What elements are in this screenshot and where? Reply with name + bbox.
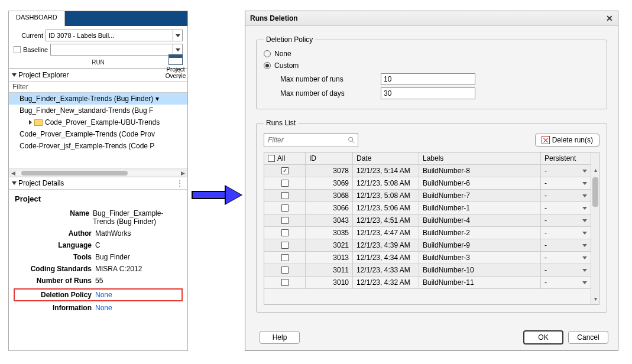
row-checkbox[interactable] (281, 167, 289, 174)
tree-item[interactable]: Bug_Finder_Example-Trends (Bug Finder) ▾ (9, 93, 187, 105)
row-persistent[interactable]: - (541, 252, 591, 264)
row-label: BuildNumber-6 (419, 177, 541, 189)
row-checkbox[interactable] (281, 217, 289, 224)
row-checkbox[interactable] (281, 266, 289, 274)
chevron-down-icon[interactable] (582, 281, 587, 284)
row-checkbox[interactable] (281, 229, 289, 236)
chevron-down-icon[interactable] (582, 170, 587, 173)
table-row[interactable]: 306812/1/23, 5:08 AMBuildNumber-7- (264, 190, 591, 202)
baseline-checkbox[interactable] (14, 46, 21, 53)
row-check-cell[interactable] (264, 165, 306, 177)
row-check-cell[interactable] (264, 190, 306, 202)
chevron-down-icon[interactable]: ▾ (153, 95, 158, 103)
information-link[interactable]: None (95, 304, 112, 312)
ok-button[interactable]: OK (523, 330, 563, 344)
horizontal-scrollbar[interactable]: ◀ ▶ (9, 168, 187, 177)
row-check-cell[interactable] (264, 252, 306, 264)
delete-runs-button[interactable]: Delete run(s) (535, 134, 599, 147)
project-explorer-header[interactable]: Project Explorer ⋮ (9, 69, 187, 82)
max-days-input[interactable] (381, 87, 475, 99)
row-check-cell[interactable] (264, 214, 306, 226)
tree-item[interactable]: Code-Prover_jsf_Example-Trends (Code P (9, 140, 187, 152)
explorer-filter[interactable]: Filter (9, 82, 187, 93)
row-checkbox[interactable] (281, 192, 289, 199)
scrollbar-thumb[interactable] (592, 177, 598, 207)
row-checkbox[interactable] (281, 242, 289, 249)
table-row[interactable]: 307812/1/23, 5:14 AMBuildNumber-8- (264, 165, 591, 177)
table-row[interactable]: 301012/1/23, 4:32 AMBuildNumber-11- (264, 277, 591, 289)
run-strip: Current ID 3078 - Labels Buil... Baselin… (9, 26, 187, 69)
row-persistent[interactable]: - (541, 264, 591, 276)
max-runs-input[interactable] (381, 73, 475, 85)
tree-item[interactable]: Bug_Finder_New_standard-Trends (Bug F (9, 105, 187, 116)
row-check-cell[interactable] (264, 264, 306, 276)
project-overview-button[interactable]: Project Overvie (163, 54, 188, 79)
help-button[interactable]: Help (260, 331, 300, 344)
chevron-down-icon[interactable] (582, 194, 587, 197)
row-persistent[interactable]: - (541, 214, 591, 226)
baseline-run-combo[interactable] (50, 44, 183, 56)
row-checkbox[interactable] (281, 254, 289, 261)
tree-item[interactable]: Code_Prover_Example-UBU-Trends (9, 116, 187, 128)
row-persistent[interactable]: - (541, 190, 591, 202)
table-row[interactable]: 304312/1/23, 4:51 AMBuildNumber-4- (264, 214, 591, 227)
tools-key: Tools (15, 253, 92, 261)
select-all-checkbox[interactable] (268, 155, 275, 162)
kebab-icon[interactable]: ⋮ (176, 180, 184, 186)
row-persistent[interactable]: - (541, 277, 591, 288)
current-run-combo[interactable]: ID 3078 - Labels Buil... (46, 30, 183, 41)
col-labels[interactable]: Labels (419, 152, 541, 164)
row-check-cell[interactable] (264, 239, 306, 251)
col-all[interactable]: All (264, 152, 306, 164)
close-icon[interactable]: ✕ (606, 14, 613, 23)
chevron-down-icon[interactable] (582, 219, 587, 222)
project-tree: Bug_Finder_Example-Trends (Bug Finder) ▾… (9, 93, 187, 168)
col-id[interactable]: ID (306, 152, 353, 164)
chevron-down-icon[interactable] (173, 44, 182, 55)
tree-item[interactable]: Code_Prover_Example-Trends (Code Prov (9, 128, 187, 140)
row-checkbox[interactable] (281, 180, 289, 187)
project-details-header[interactable]: Project Details ⋮ (9, 177, 187, 190)
row-check-cell[interactable] (264, 227, 306, 239)
table-row[interactable]: 303512/1/23, 4:47 AMBuildNumber-2- (264, 227, 591, 239)
vertical-scrollbar[interactable]: ▴ ▾ (591, 152, 599, 304)
row-check-cell[interactable] (264, 202, 306, 214)
radio-none[interactable]: None (264, 50, 599, 58)
table-row[interactable]: 306912/1/23, 5:08 AMBuildNumber-6- (264, 177, 591, 190)
cancel-button[interactable]: Cancel (568, 331, 608, 344)
table-row[interactable]: 301112/1/23, 4:33 AMBuildNumber-10- (264, 264, 591, 277)
row-persistent[interactable]: - (541, 227, 591, 239)
runs-list-legend: Runs List (264, 119, 298, 127)
scrollbar-thumb[interactable] (21, 171, 128, 176)
runs-filter[interactable] (264, 133, 358, 147)
radio-custom[interactable]: Custom (264, 61, 599, 70)
chevron-down-icon[interactable] (582, 256, 587, 259)
chevron-down-icon[interactable] (582, 269, 587, 272)
language-value: C (95, 241, 101, 249)
row-persistent[interactable]: - (541, 165, 591, 177)
table-row[interactable]: 306612/1/23, 5:06 AMBuildNumber-1- (264, 202, 591, 214)
chevron-down-icon[interactable] (582, 182, 587, 185)
row-persistent[interactable]: - (541, 202, 591, 214)
row-persistent[interactable]: - (541, 239, 591, 251)
table-row[interactable]: 301312/1/23, 4:34 AMBuildNumber-3- (264, 252, 591, 264)
row-check-cell[interactable] (264, 177, 306, 189)
chevron-down-icon[interactable] (582, 207, 587, 210)
table-row[interactable]: 302112/1/23, 4:39 AMBuildNumber-9- (264, 239, 591, 252)
tree-item-label: Code_Prover_Example-UBU-Trends (45, 118, 160, 126)
chevron-down-icon[interactable] (173, 30, 182, 41)
author-key: Author (15, 229, 92, 238)
runs-filter-input[interactable] (267, 135, 348, 145)
col-date[interactable]: Date (353, 152, 419, 164)
expand-icon[interactable] (29, 120, 32, 125)
row-check-cell[interactable] (264, 277, 306, 288)
row-checkbox[interactable] (281, 279, 289, 286)
deletion-policy-link[interactable]: None (95, 290, 112, 300)
col-persistent[interactable]: Persistent (541, 152, 591, 164)
tab-dashboard[interactable]: DASHBOARD (9, 11, 65, 26)
row-checkbox[interactable] (281, 204, 289, 212)
row-id: 3010 (306, 277, 353, 288)
row-persistent[interactable]: - (541, 177, 591, 189)
chevron-down-icon[interactable] (582, 232, 587, 235)
chevron-down-icon[interactable] (582, 244, 587, 247)
